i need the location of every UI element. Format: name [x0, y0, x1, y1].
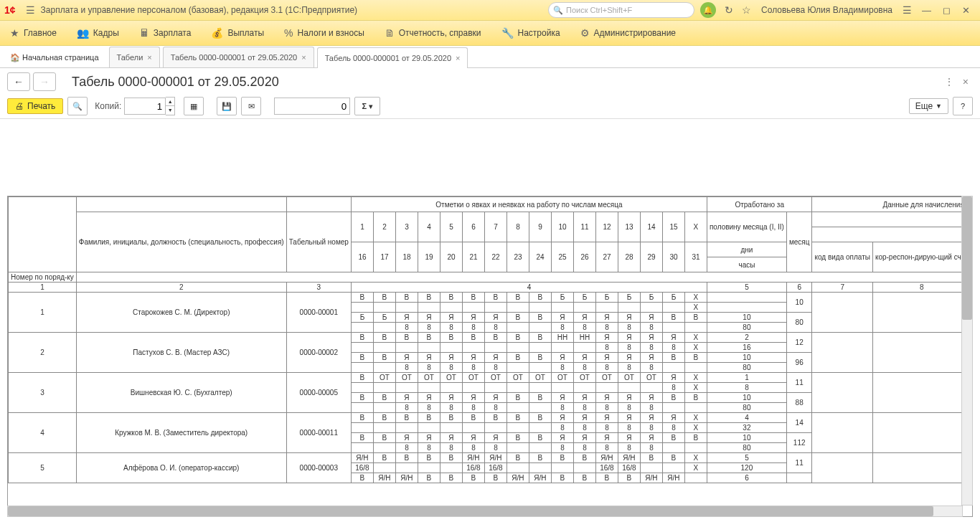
print-icon: 🖨 — [15, 101, 24, 111]
favorite-icon[interactable]: ☆ — [742, 4, 751, 16]
save-button[interactable]: 💾 — [217, 97, 237, 115]
copies-label: Копий: — [95, 101, 121, 111]
close-icon[interactable]: × — [147, 53, 151, 62]
app-logo: 1¢ — [4, 4, 16, 16]
settings-icon[interactable]: ☰ — [903, 4, 912, 16]
calc-icon: 🖩 — [139, 27, 149, 39]
wrench-icon: 🔧 — [501, 27, 514, 39]
search-input[interactable]: 🔍 Поиск Ctrl+Shift+F — [548, 2, 694, 18]
help-button[interactable]: ? — [953, 97, 973, 115]
percent-icon: % — [284, 27, 293, 39]
close-icon[interactable]: × — [456, 54, 460, 62]
people-icon: 👥 — [77, 27, 89, 39]
maximize-button[interactable]: ◻ — [937, 5, 956, 16]
username-label: Соловьева Юлия Владимировна — [761, 5, 892, 15]
menu-staff[interactable]: 👥Кадры — [67, 21, 129, 45]
menu-salary[interactable]: 🖩Зарплата — [129, 21, 202, 45]
close-button[interactable]: ✕ — [956, 5, 976, 16]
page-title: Табель 0000-000001 от 29.05.2020 — [72, 75, 279, 90]
more-button[interactable]: Еще▼ — [909, 98, 948, 114]
tab-tabeli[interactable]: Табели× — [109, 47, 160, 67]
kebab-icon[interactable]: ⋮ — [944, 76, 954, 87]
star-icon: ★ — [10, 27, 19, 39]
back-button[interactable]: ← — [7, 72, 30, 91]
scrollbar-horizontal[interactable] — [7, 506, 963, 517]
timesheet-table[interactable]: Отметки о явках и неявках на работу по ч… — [7, 196, 973, 517]
notifications-icon[interactable]: 🔔 — [700, 2, 716, 18]
tab-tabel-2[interactable]: Табель 0000-000001 от 29.05.2020× — [317, 47, 468, 68]
home-icon: 🏠 — [10, 53, 20, 62]
doc-icon: 🗎 — [385, 27, 395, 39]
scrollbar-vertical[interactable] — [961, 196, 973, 506]
close-icon[interactable]: × — [301, 53, 306, 62]
print-button[interactable]: 🖨Печать — [7, 98, 63, 114]
history-icon[interactable]: ↻ — [725, 4, 733, 16]
sum-button[interactable]: Σ ▾ — [354, 97, 380, 115]
select-button[interactable]: ▦ — [184, 97, 204, 115]
tab-start[interactable]: 🏠 Начальная страница — [3, 47, 106, 67]
menu-admin[interactable]: ⚙Администрирование — [570, 21, 686, 45]
menu-taxes[interactable]: %Налоги и взносы — [274, 21, 374, 45]
money-icon: 💰 — [211, 27, 223, 39]
menu-payments[interactable]: 💰Выплаты — [201, 21, 274, 45]
minimize-button[interactable]: — — [916, 5, 937, 16]
menu-settings[interactable]: 🔧Настройка — [491, 21, 570, 45]
preview-button[interactable]: 🔍 — [67, 97, 88, 115]
num-input[interactable] — [274, 98, 350, 115]
forward-button[interactable]: → — [33, 72, 56, 91]
search-placeholder: Поиск Ctrl+Shift+F — [566, 6, 632, 14]
close-page-icon[interactable]: × — [963, 76, 969, 87]
menu-main[interactable]: ★Главное — [0, 21, 67, 45]
tab-tabel-1[interactable]: Табель 0000-000001 от 29.05.2020× — [163, 47, 314, 67]
copies-stepper[interactable]: ▲▼ — [166, 97, 175, 115]
email-button[interactable]: ✉ — [241, 97, 261, 115]
gear-icon: ⚙ — [580, 27, 590, 39]
search-icon: 🔍 — [553, 6, 563, 15]
copies-input[interactable] — [124, 98, 166, 115]
menu-icon[interactable]: ☰ — [26, 4, 35, 16]
menu-reports[interactable]: 🗎Отчетность, справки — [374, 21, 491, 45]
app-title: Зарплата и управление персоналом (базова… — [41, 5, 358, 15]
